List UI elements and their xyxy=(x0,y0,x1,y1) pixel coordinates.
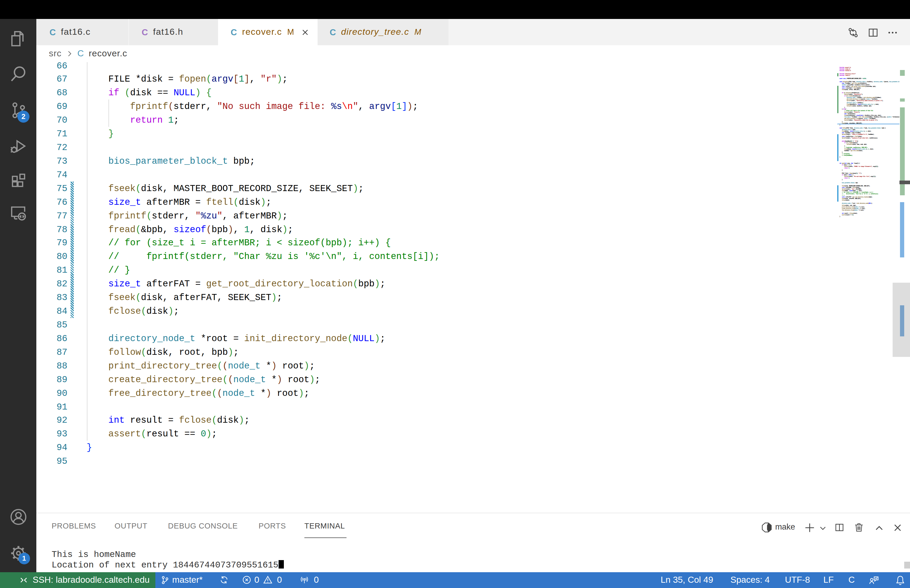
svg-text:$: $ xyxy=(767,526,769,530)
